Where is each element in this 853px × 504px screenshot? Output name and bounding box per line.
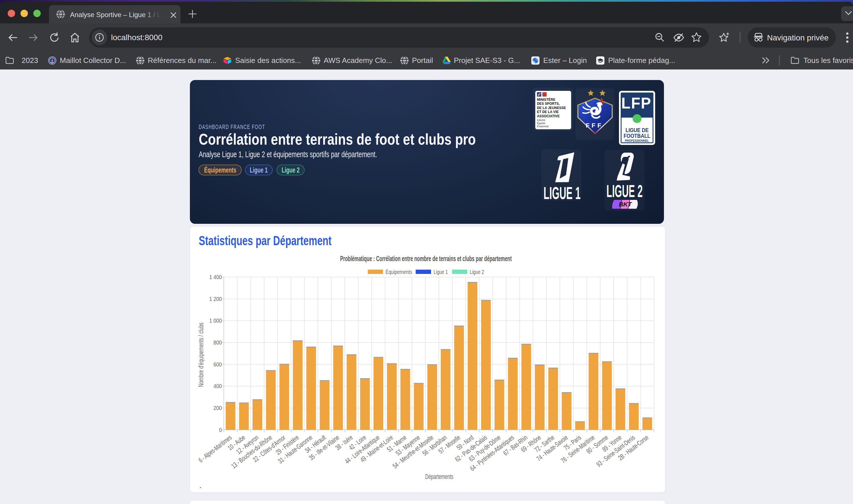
svg-text:400: 400	[214, 383, 222, 389]
svg-text:Nombre d'équipements / clubs: Nombre d'équipements / clubs	[197, 323, 205, 387]
svg-text:1 000: 1 000	[209, 318, 222, 324]
svg-text:BKT: BKT	[619, 201, 632, 208]
svg-text:6 - Alpes-Maritimes: 6 - Alpes-Maritimes	[197, 433, 233, 464]
svg-text:Départements: Départements	[425, 473, 454, 480]
svg-text:Équipements: Équipements	[385, 269, 412, 275]
svg-text:800: 800	[214, 339, 222, 346]
svg-text:1 200: 1 200	[209, 296, 222, 302]
svg-text:600: 600	[214, 361, 222, 367]
svg-text:FFF: FFF	[586, 122, 603, 129]
svg-text:Ligue 1: Ligue 1	[434, 269, 448, 275]
svg-text:Problématique : Corrélation en: Problématique : Corrélation entre nombre…	[340, 254, 512, 263]
svg-text:Ligue 2: Ligue 2	[470, 269, 484, 275]
svg-text:200: 200	[214, 405, 222, 411]
svg-text:1 400: 1 400	[209, 274, 222, 280]
svg-text:0: 0	[219, 427, 222, 433]
